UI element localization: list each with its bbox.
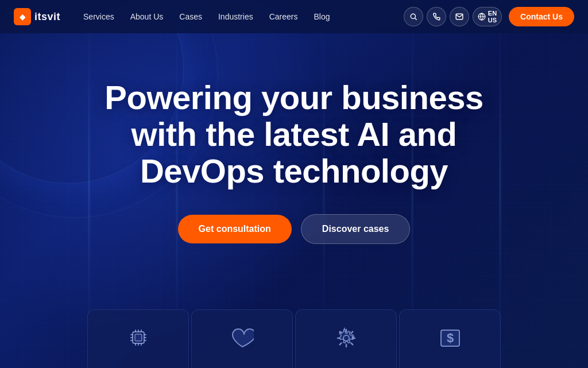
nav-link-industries[interactable]: Industries (211, 9, 260, 25)
nav-link-about[interactable]: About Us (123, 9, 171, 25)
contact-us-button[interactable]: Contact Us (509, 7, 574, 26)
lang-text: EN US (488, 10, 497, 24)
nav-link-careers[interactable]: Careers (262, 9, 305, 25)
card-gear (295, 309, 397, 368)
nav-icon-group: EN US (404, 7, 502, 26)
discover-cases-button[interactable]: Discover cases (301, 214, 411, 244)
email-button[interactable] (450, 7, 469, 26)
hero-content: Powering your business with the latest A… (0, 33, 588, 244)
nav-link-services[interactable]: Services (76, 9, 121, 25)
hero-section: ◆ itsvit Services About Us Cases Industr… (0, 0, 588, 368)
svg-rect-5 (135, 334, 142, 341)
heart-icon (231, 328, 254, 353)
search-button[interactable] (404, 7, 423, 26)
card-heart (191, 309, 293, 368)
logo-icon: ◆ (14, 8, 31, 25)
hero-title: Powering your business with the latest A… (105, 79, 483, 189)
phone-icon (432, 13, 440, 21)
chip-icon (127, 326, 150, 354)
dollar-icon: $ (440, 327, 461, 354)
svg-text:$: $ (446, 331, 453, 345)
logo[interactable]: ◆ itsvit (14, 8, 60, 25)
gear-icon (335, 327, 358, 354)
globe-icon (478, 13, 486, 21)
get-consultation-button[interactable]: Get consultation (178, 215, 292, 243)
search-icon (409, 13, 417, 21)
card-chip (87, 309, 189, 368)
nav-link-blog[interactable]: Blog (307, 9, 336, 25)
navbar: ◆ itsvit Services About Us Cases Industr… (0, 0, 588, 33)
phone-button[interactable] (427, 7, 446, 26)
email-icon (455, 13, 463, 21)
nav-links: Services About Us Cases Industries Caree… (76, 9, 399, 25)
bottom-cards: $ (87, 309, 501, 368)
language-selector[interactable]: EN US (473, 7, 502, 26)
nav-link-cases[interactable]: Cases (172, 9, 209, 25)
svg-line-1 (415, 18, 417, 20)
hero-buttons: Get consultation Discover cases (178, 214, 411, 244)
logo-text: itsvit (34, 11, 60, 23)
card-dollar: $ (399, 309, 501, 368)
